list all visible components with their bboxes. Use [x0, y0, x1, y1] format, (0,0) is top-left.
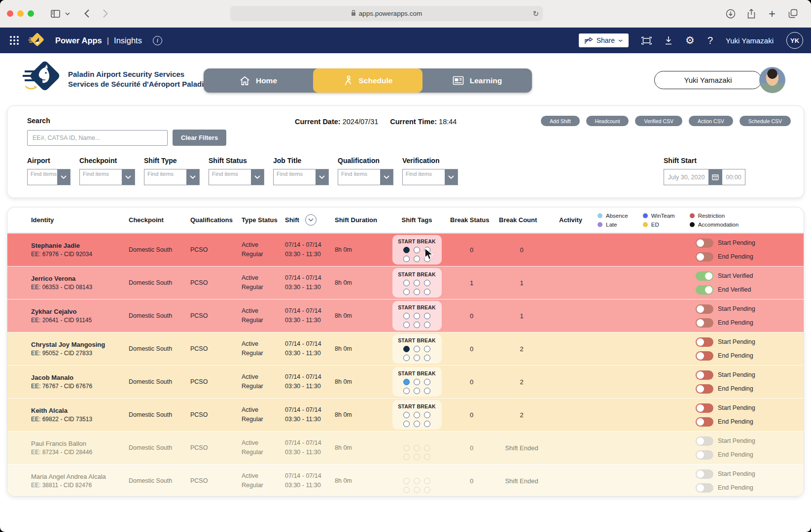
forward-icon[interactable]	[98, 6, 113, 21]
end-verification-toggle[interactable]	[696, 483, 713, 493]
account-avatar[interactable]: YK	[786, 32, 803, 49]
break-radio[interactable]	[403, 445, 410, 451]
break-radio[interactable]	[424, 355, 430, 361]
break-radio[interactable]	[403, 247, 410, 253]
break-radio[interactable]	[414, 346, 420, 352]
break-radio[interactable]	[414, 388, 420, 394]
app-launcher-icon[interactable]	[10, 36, 19, 45]
action-pill-button[interactable]: Action CSV	[689, 116, 733, 126]
dropdown-combobox[interactable]: Find items	[27, 169, 71, 185]
break-radio[interactable]	[403, 355, 410, 361]
break-radio[interactable]	[403, 379, 410, 385]
fit-screen-icon[interactable]	[641, 36, 652, 45]
address-bar[interactable]: apps.powerapps.com ↻	[230, 6, 543, 21]
dropdown-combobox[interactable]: Find items	[209, 169, 264, 185]
end-verification-toggle[interactable]	[696, 384, 713, 394]
chevron-down-icon[interactable]	[57, 169, 70, 185]
nav-tab-home[interactable]: Home	[204, 68, 313, 93]
break-radio[interactable]	[424, 256, 430, 262]
break-radio[interactable]	[414, 379, 420, 385]
break-radio[interactable]	[403, 256, 410, 262]
info-icon[interactable]: i	[153, 36, 162, 45]
start-verification-toggle[interactable]	[696, 469, 713, 479]
end-verification-toggle[interactable]	[696, 351, 713, 361]
new-tab-icon[interactable]: +	[765, 6, 779, 21]
break-radio[interactable]	[403, 388, 410, 394]
start-verification-toggle[interactable]	[696, 238, 713, 248]
dropdown-combobox[interactable]: Find items	[338, 169, 393, 185]
break-radio[interactable]	[424, 487, 430, 493]
sidebar-toggle-icon[interactable]	[48, 6, 63, 21]
start-break-button[interactable]: START BREAK	[392, 238, 442, 244]
break-radio[interactable]	[403, 289, 410, 295]
break-radio[interactable]	[424, 421, 430, 427]
break-radio[interactable]	[424, 412, 430, 418]
sort-chevron-icon[interactable]	[305, 214, 317, 226]
break-radio[interactable]	[414, 313, 420, 319]
action-pill-button[interactable]: Headcount	[586, 116, 629, 126]
break-radio[interactable]	[414, 322, 420, 328]
dropdown-combobox[interactable]: Find items	[79, 169, 135, 185]
break-radio[interactable]	[403, 322, 410, 328]
action-pill-button[interactable]: Verified CSV	[635, 116, 682, 126]
start-verification-toggle[interactable]	[696, 370, 713, 380]
start-verification-toggle[interactable]	[696, 304, 713, 314]
search-input[interactable]	[27, 130, 168, 146]
chevron-down-icon[interactable]	[316, 169, 328, 185]
chevron-down-icon[interactable]	[445, 169, 458, 185]
end-verification-toggle[interactable]	[696, 417, 713, 427]
shift-start-time[interactable]: 00:00	[722, 174, 745, 181]
share-icon[interactable]	[744, 6, 759, 21]
break-radio[interactable]	[414, 355, 420, 361]
chevron-down-icon[interactable]	[122, 169, 135, 185]
close-window-button[interactable]	[7, 10, 13, 17]
break-radio[interactable]	[414, 247, 420, 253]
chevron-down-icon[interactable]	[380, 169, 393, 185]
dropdown-combobox[interactable]: Find items	[402, 169, 458, 185]
break-radio[interactable]	[414, 256, 420, 262]
start-verification-toggle[interactable]	[696, 436, 713, 446]
start-break-button[interactable]: START BREAK	[392, 304, 442, 310]
back-icon[interactable]	[79, 6, 94, 21]
break-radio[interactable]	[414, 289, 420, 295]
user-pill[interactable]: Yuki Yamazaki	[654, 71, 762, 89]
start-verification-toggle[interactable]	[696, 337, 713, 347]
break-radio[interactable]	[403, 346, 410, 352]
end-verification-toggle[interactable]	[696, 318, 713, 328]
share-button[interactable]: Share	[579, 33, 629, 47]
tabs-icon[interactable]	[785, 6, 800, 21]
break-radio[interactable]	[403, 478, 410, 484]
break-radio[interactable]	[424, 445, 430, 451]
break-radio[interactable]	[424, 280, 430, 286]
break-radio[interactable]	[414, 478, 420, 484]
break-radio[interactable]	[424, 322, 430, 328]
break-radio[interactable]	[424, 289, 430, 295]
nav-tab-learning[interactable]: Learning	[423, 68, 532, 93]
start-break-button[interactable]: START BREAK	[392, 370, 442, 376]
break-radio[interactable]	[403, 313, 410, 319]
break-radio[interactable]	[403, 412, 410, 418]
chevron-down-icon[interactable]	[251, 169, 264, 185]
break-radio[interactable]	[403, 421, 410, 427]
break-radio[interactable]	[414, 487, 420, 493]
break-radio[interactable]	[414, 454, 420, 460]
action-pill-button[interactable]: Schedule CSV	[740, 116, 791, 126]
break-radio[interactable]	[414, 421, 420, 427]
zoom-window-button[interactable]	[28, 10, 34, 17]
break-radio[interactable]	[414, 445, 420, 451]
download-icon[interactable]	[665, 36, 672, 45]
start-verification-toggle[interactable]	[696, 271, 713, 281]
break-radio[interactable]	[403, 280, 410, 286]
end-verification-toggle[interactable]	[696, 285, 713, 295]
tab-overview-chevron-icon[interactable]	[63, 6, 72, 21]
break-radio[interactable]	[424, 478, 430, 484]
break-radio[interactable]	[414, 280, 420, 286]
user-avatar-photo[interactable]	[759, 67, 785, 93]
break-radio[interactable]	[424, 388, 430, 394]
minimize-window-button[interactable]	[17, 10, 24, 17]
action-pill-button[interactable]: Add Shift	[541, 116, 580, 126]
dropdown-combobox[interactable]: Find items	[144, 169, 200, 185]
start-break-button[interactable]: START BREAK	[392, 271, 442, 277]
help-icon[interactable]: ?	[707, 35, 713, 46]
start-break-button[interactable]: START BREAK	[392, 403, 442, 409]
